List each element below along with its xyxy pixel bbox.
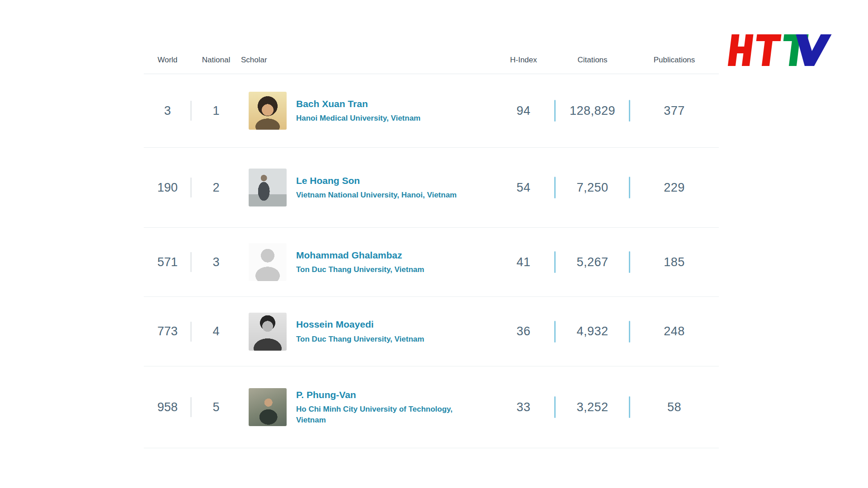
- world-rank: 3: [144, 74, 191, 147]
- scholar-affiliation: Vietnam National University, Hanoi, Viet…: [296, 190, 460, 201]
- scholar-cell: P. Phung-Van Ho Chi Minh City University…: [241, 366, 492, 448]
- h-index-value: 94: [492, 74, 555, 147]
- national-rank: 4: [191, 297, 241, 366]
- htv-logo-icon: [724, 33, 833, 68]
- scholar-info: Hossein Moayedi Ton Duc Thang University…: [296, 318, 460, 344]
- rank-divider: [191, 397, 191, 417]
- scholar-info: Bach Xuan Tran Hanoi Medical University,…: [296, 98, 460, 124]
- table-row: 571 3 Mohammad Ghalambaz Ton Duc Thang U…: [144, 228, 719, 297]
- h-index-value: 54: [492, 148, 555, 227]
- htv-logo: [724, 33, 833, 68]
- stat-divider: [629, 251, 630, 273]
- world-rank: 190: [144, 148, 191, 227]
- publications-value: 229: [630, 148, 719, 227]
- header-h-index: H-Index: [492, 56, 555, 65]
- citations-value: 4,932: [555, 297, 630, 366]
- table-row: 3 1 Bach Xuan Tran Hanoi Medical Univers…: [144, 74, 719, 148]
- stat-divider: [629, 396, 630, 418]
- publications-value: 185: [630, 228, 719, 296]
- scholar-affiliation: Ton Duc Thang University, Vietnam: [296, 264, 460, 275]
- stat-divider: [554, 251, 556, 273]
- publications-value: 248: [630, 297, 719, 366]
- world-rank: 773: [144, 297, 191, 366]
- scholar-name-link[interactable]: Bach Xuan Tran: [296, 98, 460, 110]
- stat-divider: [629, 177, 630, 198]
- citations-value: 7,250: [555, 148, 630, 227]
- rank-divider: [191, 101, 191, 121]
- scholar-avatar: [249, 388, 287, 426]
- scholar-name-link[interactable]: Hossein Moayedi: [296, 318, 460, 330]
- publications-value: 58: [630, 366, 719, 448]
- scholar-affiliation: Ho Chi Minh City University of Technolog…: [296, 404, 460, 426]
- stat-divider: [554, 321, 556, 343]
- table-row: 773 4 Hossein Moayedi Ton Duc Thang Univ…: [144, 297, 719, 366]
- publications-value: 377: [630, 74, 719, 147]
- h-index-value: 33: [492, 366, 555, 448]
- national-rank: 5: [191, 366, 241, 448]
- national-rank: 2: [191, 148, 241, 227]
- broadcast-frame: World National Scholar H-Index Citations…: [0, 0, 868, 488]
- scholar-cell: Bach Xuan Tran Hanoi Medical University,…: [241, 74, 492, 147]
- header-world: World: [144, 56, 191, 65]
- header-scholar: Scholar: [241, 56, 492, 65]
- stat-divider: [629, 100, 630, 122]
- scholar-name-link[interactable]: Le Hoang Son: [296, 174, 460, 187]
- scholar-avatar: [249, 169, 287, 206]
- scholar-info: Le Hoang Son Vietnam National University…: [296, 174, 460, 201]
- stat-divider: [554, 100, 556, 122]
- h-index-value: 36: [492, 297, 555, 366]
- rank-divider: [191, 322, 191, 342]
- table-row: 958 5 P. Phung-Van Ho Chi Minh City Univ…: [144, 366, 719, 448]
- citations-value: 128,829: [555, 74, 630, 147]
- header-publications: Publications: [630, 56, 719, 65]
- scholar-avatar: [249, 92, 287, 130]
- national-rank: 3: [191, 228, 241, 296]
- stat-divider: [629, 321, 630, 343]
- scholar-avatar: [249, 313, 287, 351]
- scholar-cell: Mohammad Ghalambaz Ton Duc Thang Univers…: [241, 228, 492, 296]
- scholar-cell: Hossein Moayedi Ton Duc Thang University…: [241, 297, 492, 366]
- world-rank: 958: [144, 366, 191, 448]
- table-header: World National Scholar H-Index Citations…: [144, 0, 719, 74]
- rank-divider: [191, 178, 191, 197]
- scholar-affiliation: Hanoi Medical University, Vietnam: [296, 113, 460, 124]
- stat-divider: [554, 177, 556, 198]
- header-citations: Citations: [555, 56, 630, 65]
- avatar-placeholder-icon: [249, 243, 287, 281]
- stat-divider: [554, 396, 556, 418]
- rankings-table: World National Scholar H-Index Citations…: [144, 0, 719, 448]
- scholar-info: P. Phung-Van Ho Chi Minh City University…: [296, 389, 460, 426]
- header-national: National: [191, 56, 241, 65]
- h-index-value: 41: [492, 228, 555, 296]
- national-rank: 1: [191, 74, 241, 147]
- scholar-affiliation: Ton Duc Thang University, Vietnam: [296, 334, 460, 345]
- world-rank: 571: [144, 228, 191, 296]
- table-row: 190 2 Le Hoang Son Vietnam National Univ…: [144, 148, 719, 228]
- citations-value: 5,267: [555, 228, 630, 296]
- scholar-name-link[interactable]: Mohammad Ghalambaz: [296, 249, 460, 261]
- rank-divider: [191, 252, 191, 272]
- scholar-name-link[interactable]: P. Phung-Van: [296, 389, 460, 401]
- citations-value: 3,252: [555, 366, 630, 448]
- scholar-cell: Le Hoang Son Vietnam National University…: [241, 148, 492, 227]
- scholar-info: Mohammad Ghalambaz Ton Duc Thang Univers…: [296, 249, 460, 275]
